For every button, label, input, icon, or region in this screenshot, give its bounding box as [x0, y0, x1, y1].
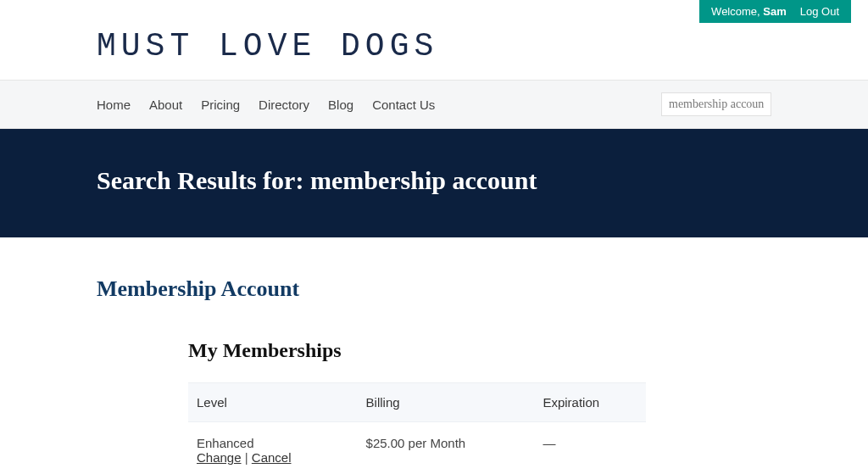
action-separator: | — [245, 450, 252, 465]
nav-links: Home About Pricing Directory Blog Contac… — [97, 98, 435, 112]
user-pill: Welcome, Sam Log Out — [699, 0, 851, 23]
row-actions: Change | Cancel — [197, 450, 349, 465]
table-header-row: Level Billing Expiration — [188, 383, 646, 422]
cell-billing: $25.00 per Month — [358, 422, 535, 475]
memberships-section: My Memberships Level Billing Expiration … — [188, 339, 646, 474]
nav-item-blog[interactable]: Blog — [328, 98, 353, 112]
cell-level: Enhanced Change | Cancel — [188, 422, 358, 475]
search-input[interactable] — [661, 92, 771, 116]
memberships-table: Level Billing Expiration Enhanced Change… — [188, 382, 646, 474]
header: MUST LOVE DOGS — [80, 23, 788, 80]
hero-banner: Search Results for: membership account — [0, 129, 868, 237]
top-user-bar: Welcome, Sam Log Out — [0, 0, 868, 23]
nav-bar: Home About Pricing Directory Blog Contac… — [0, 80, 868, 129]
col-billing: Billing — [358, 383, 535, 422]
welcome-text: Welcome, Sam — [711, 5, 787, 18]
level-name: Enhanced — [197, 436, 349, 450]
nav-item-home[interactable]: Home — [97, 98, 131, 112]
nav-item-about[interactable]: About — [149, 98, 182, 112]
cell-expiration: — — [534, 422, 646, 475]
cancel-link[interactable]: Cancel — [252, 450, 292, 465]
col-level: Level — [188, 383, 358, 422]
nav-item-directory[interactable]: Directory — [259, 98, 309, 112]
welcome-prefix: Welcome, — [711, 5, 763, 18]
nav-item-pricing[interactable]: Pricing — [201, 98, 240, 112]
welcome-name: Sam — [763, 5, 786, 18]
memberships-heading: My Memberships — [188, 339, 646, 362]
site-logo[interactable]: MUST LOVE DOGS — [97, 28, 771, 64]
nav-item-contact[interactable]: Contact Us — [372, 98, 435, 112]
content-heading: Membership Account — [97, 276, 771, 302]
main-content: Membership Account My Memberships Level … — [0, 237, 868, 474]
change-link[interactable]: Change — [197, 450, 242, 465]
logout-link[interactable]: Log Out — [800, 5, 839, 18]
page-title: Search Results for: membership account — [97, 166, 771, 195]
col-expiration: Expiration — [534, 383, 646, 422]
table-row: Enhanced Change | Cancel $25.00 per Mont… — [188, 422, 646, 475]
